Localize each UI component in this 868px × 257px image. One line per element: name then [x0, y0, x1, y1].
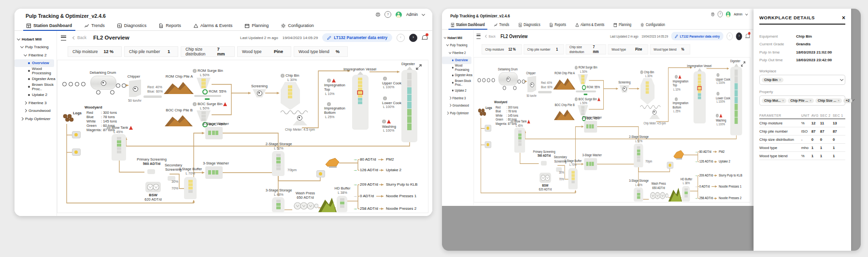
wash-press[interactable]: [293, 202, 318, 212]
sidebar-item-digester-area[interactable]: Digester Area: [442, 71, 473, 79]
chip-remove-icon[interactable]: ×: [838, 99, 840, 102]
chevron-down-icon[interactable]: [422, 12, 425, 15]
warning-icon[interactable]: [129, 126, 133, 130]
tab-diagnostics[interactable]: Diagnostics: [111, 23, 153, 30]
help-icon[interactable]: ?: [718, 11, 723, 17]
sidebar-item-hobart-mill[interactable]: Hobart Mill: [442, 34, 473, 41]
property-select[interactable]: Chip Moi...× Chip Pile ...× Chip Size ..…: [759, 95, 845, 106]
sidebar-item-brown-stock[interactable]: Brown Stock Proc..: [442, 79, 473, 87]
sidebar-item-overview[interactable]: Overview: [14, 59, 54, 68]
notifications-bell-icon[interactable]: [745, 33, 750, 39]
help-icon[interactable]: ?: [384, 11, 391, 18]
sidebar-item-hobart-mill[interactable]: Hobart Mill: [14, 35, 57, 43]
workplace-select[interactable]: Chip Bin×: [759, 75, 845, 85]
tab-reports[interactable]: Reports: [153, 23, 187, 30]
sidebar-item-uptake-2[interactable]: Uptake 2: [442, 87, 473, 95]
sidebar-item-uptake-2[interactable]: Uptake 2: [14, 91, 57, 99]
tab-trends[interactable]: Trends: [78, 23, 111, 30]
print-icon[interactable]: [711, 12, 714, 16]
tab-diagnostics[interactable]: Diagnostics: [514, 22, 545, 29]
info-icon[interactable]: [716, 114, 719, 118]
tab-station-dashboard[interactable]: Station Dashboard: [20, 23, 78, 30]
close-icon[interactable]: ×: [842, 15, 845, 20]
debarking-drum[interactable]: [90, 76, 116, 90]
warning-icon[interactable]: [387, 120, 391, 123]
sidebar-item-fiberline-3[interactable]: Fiberline 3: [14, 99, 57, 107]
workplace-chip[interactable]: Chip Bin×: [762, 78, 783, 82]
info-icon[interactable]: [716, 73, 719, 77]
sidebar-item-pulp-tracking[interactable]: Pulp Tracking: [442, 41, 473, 49]
info-icon[interactable]: [575, 66, 578, 70]
rom-chip-pile[interactable]: [164, 80, 194, 94]
hamburger-menu-icon[interactable]: [477, 34, 481, 39]
boc-chip-pile[interactable]: [554, 108, 575, 121]
tab-alarms-events[interactable]: Alarms & Events: [571, 22, 609, 29]
info-icon[interactable]: [327, 102, 331, 106]
info-icon[interactable]: [511, 120, 513, 123]
avatar[interactable]: [396, 12, 402, 18]
warning-icon[interactable]: [679, 75, 682, 79]
info-icon[interactable]: [327, 79, 331, 82]
sidebar-item-pulp-optimizer[interactable]: Pulp Optimizer: [442, 109, 473, 117]
tab-configuration[interactable]: Configuration: [275, 23, 320, 30]
sidebar-item-digester-area[interactable]: Digester Area: [14, 75, 57, 83]
sidebar-item-fiberline-3[interactable]: Fiberline 3: [442, 94, 473, 102]
user-menu-label[interactable]: Admin: [406, 12, 418, 17]
debarking-drum[interactable]: [498, 72, 518, 85]
print-icon[interactable]: [376, 13, 380, 17]
info-icon[interactable]: [382, 120, 386, 123]
info-icon[interactable]: [193, 102, 197, 106]
nav-next-button[interactable]: ›: [736, 32, 742, 40]
parameter-entry-button[interactable]: LT132 Parameter data entry: [671, 32, 724, 40]
info-icon[interactable]: [193, 69, 197, 73]
sidebar-item-pulp-optimizer[interactable]: Pulp Optimizer: [14, 115, 57, 123]
tab-alarms-events[interactable]: Alarms & Events: [187, 23, 239, 30]
warning-icon[interactable]: [527, 120, 530, 123]
tab-planning[interactable]: Planning: [609, 22, 636, 29]
info-icon[interactable]: [675, 97, 678, 101]
info-icon[interactable]: [107, 126, 111, 130]
sidebar-item-wood-processing[interactable]: Wood Processing: [442, 64, 473, 72]
chevron-down-icon[interactable]: [745, 12, 748, 15]
info-icon[interactable]: [575, 97, 578, 101]
property-more-chip[interactable]: +2: [843, 98, 852, 103]
sidebar-item-fiberline-2[interactable]: Fiberline 2: [442, 49, 473, 56]
primary-screening-unit[interactable]: [541, 161, 547, 165]
info-icon[interactable]: [716, 92, 719, 96]
back-button[interactable]: Back: [73, 35, 86, 40]
sidebar-item-pulp-tracking[interactable]: Pulp Tracking: [14, 43, 57, 52]
tab-station-dashboard[interactable]: Station Dashboard: [446, 22, 489, 29]
tab-trends[interactable]: Trends: [489, 22, 513, 29]
pump-icon[interactable]: [485, 125, 491, 132]
info-icon[interactable]: [383, 77, 387, 81]
nav-prev-button[interactable]: ‹: [397, 34, 405, 42]
sidebar-item-fiberline-2[interactable]: Fiberline 2: [14, 51, 57, 59]
chip-remove-icon[interactable]: ×: [782, 99, 784, 102]
info-icon[interactable]: [675, 75, 678, 79]
hamburger-menu-icon[interactable]: [61, 35, 66, 41]
chip-remove-icon[interactable]: ×: [779, 78, 781, 81]
pump-icon[interactable]: [316, 170, 325, 177]
pump-icon[interactable]: [667, 162, 673, 169]
tab-planning[interactable]: Planning: [239, 23, 275, 30]
primary-screening-unit[interactable]: [147, 169, 155, 174]
tab-reports[interactable]: Reports: [545, 22, 570, 29]
refiner-unit[interactable]: [325, 158, 340, 168]
sidebar-item-overview[interactable]: Overview: [442, 56, 471, 64]
rom-chip-pile[interactable]: [553, 76, 575, 89]
info-icon[interactable]: [640, 70, 643, 74]
avatar[interactable]: [726, 11, 731, 17]
back-button[interactable]: Back: [485, 34, 496, 38]
property-chip[interactable]: Chip Moi...×: [762, 98, 786, 103]
property-chip[interactable]: Chip Size ...×: [815, 98, 842, 103]
pump-icon[interactable]: [72, 149, 81, 156]
user-menu-label[interactable]: Admin: [734, 12, 742, 16]
refiner-unit[interactable]: [673, 150, 684, 160]
warning-icon[interactable]: [598, 97, 600, 101]
chip-remove-icon[interactable]: ×: [810, 99, 811, 102]
boc-chip-pile[interactable]: [165, 113, 193, 126]
pump-icon[interactable]: [72, 131, 81, 138]
warning-icon[interactable]: [332, 79, 336, 82]
notifications-bell-icon[interactable]: [422, 35, 427, 41]
tab-configuration[interactable]: Configuration: [636, 22, 670, 29]
